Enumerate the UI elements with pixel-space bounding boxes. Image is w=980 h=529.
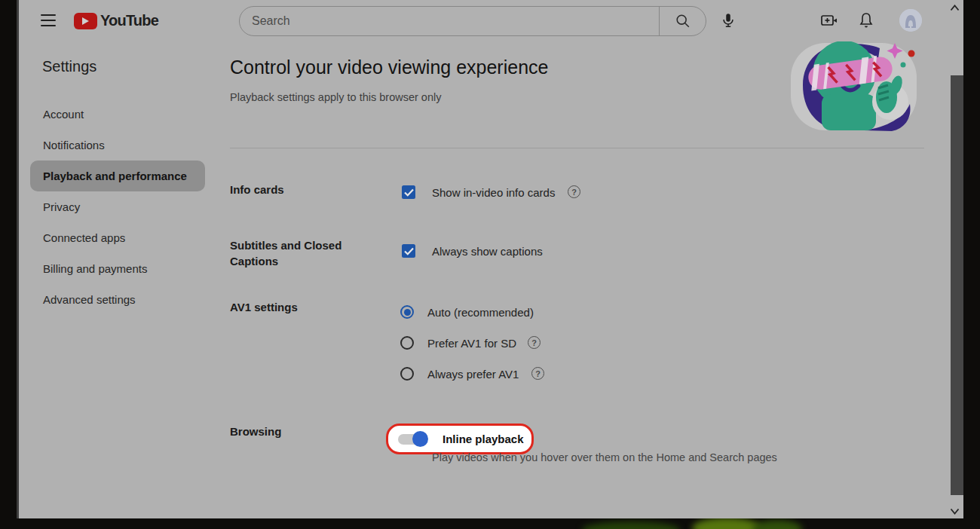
create-video-icon [819, 11, 839, 30]
toggle-thumb [412, 431, 428, 447]
setting-label-browsing: Browsing [230, 424, 354, 439]
av1-prefer-sd-label: Prefer AV1 for SD [427, 337, 516, 350]
help-icon[interactable]: ? [568, 185, 580, 198]
mic-button[interactable] [718, 11, 738, 30]
scrollbar-thumb[interactable] [951, 75, 963, 495]
chevron-up-icon [950, 5, 960, 11]
setting-label-info-cards: Info cards [230, 182, 354, 197]
inline-playback-description: Play videos when you hover over them on … [432, 451, 777, 463]
captions-option-label: Always show captions [432, 245, 543, 258]
mic-icon [720, 12, 737, 29]
account-avatar[interactable] [899, 9, 922, 32]
info-cards-checkbox[interactable] [402, 185, 415, 199]
inline-playback-highlight: Inline playback [386, 424, 534, 454]
sidebar-item-advanced-settings[interactable]: Advanced settings [30, 284, 205, 315]
scrollbar-up-button[interactable] [946, 2, 963, 13]
sidebar-item-privacy[interactable]: Privacy [30, 191, 205, 222]
av1-always-label: Always prefer AV1 [427, 368, 519, 381]
avatar-person-icon [899, 9, 922, 32]
wallpaper-plant [752, 520, 802, 529]
search-button[interactable] [659, 7, 706, 35]
captions-checkbox[interactable] [402, 244, 415, 258]
sidebar-item-connected-apps[interactable]: Connected apps [30, 222, 205, 253]
search-bar [239, 6, 706, 36]
av1-radio-prefer-sd[interactable] [400, 336, 414, 350]
sidebar-item-notifications[interactable]: Notifications [30, 130, 205, 161]
av1-radio-always[interactable] [400, 367, 414, 381]
youtube-play-icon [74, 13, 97, 29]
setting-label-av1: AV1 settings [230, 299, 354, 315]
youtube-logo-text: YouTube [100, 12, 158, 29]
inline-playback-toggle[interactable] [398, 434, 427, 445]
section-divider [230, 148, 924, 148]
wallpaper-plant [692, 518, 761, 529]
sidebar-item-billing-and-payments[interactable]: Billing and payments [30, 253, 205, 284]
inline-playback-label: Inline playback [443, 433, 524, 445]
page-title: Control your video viewing experience [230, 57, 548, 78]
av1-radio-auto[interactable] [400, 305, 414, 319]
search-icon [675, 13, 691, 29]
scrollbar-down-button[interactable] [946, 506, 963, 516]
settings-title: Settings [42, 58, 96, 75]
youtube-logo[interactable]: YouTube [74, 12, 158, 29]
sidebar-item-account[interactable]: Account [30, 99, 205, 130]
browser-page: YouTube [17, 0, 963, 518]
notifications-button[interactable] [856, 11, 876, 30]
sidebar-item-playback-and-performance[interactable]: Playback and performance [30, 161, 205, 191]
checkmark-icon [404, 188, 414, 197]
create-video-button[interactable] [819, 11, 839, 30]
checkmark-icon [404, 247, 414, 255]
av1-auto-label: Auto (recommended) [427, 306, 534, 319]
page-subtitle: Playback settings apply to this browser … [230, 91, 441, 103]
help-icon[interactable]: ? [531, 367, 544, 380]
search-input[interactable] [240, 7, 659, 35]
settings-nav: Account Notifications Playback and perfo… [30, 99, 205, 315]
chevron-down-icon [950, 508, 960, 515]
bell-icon [857, 11, 875, 29]
help-icon[interactable]: ? [528, 336, 541, 349]
hamburger-menu-icon[interactable] [41, 14, 56, 26]
info-cards-option-label: Show in-video info cards [432, 186, 555, 199]
wallpaper-plant [582, 521, 680, 529]
setting-label-subtitles: Subtitles and Closed Captions [230, 237, 354, 269]
profile-illustration [790, 41, 920, 133]
